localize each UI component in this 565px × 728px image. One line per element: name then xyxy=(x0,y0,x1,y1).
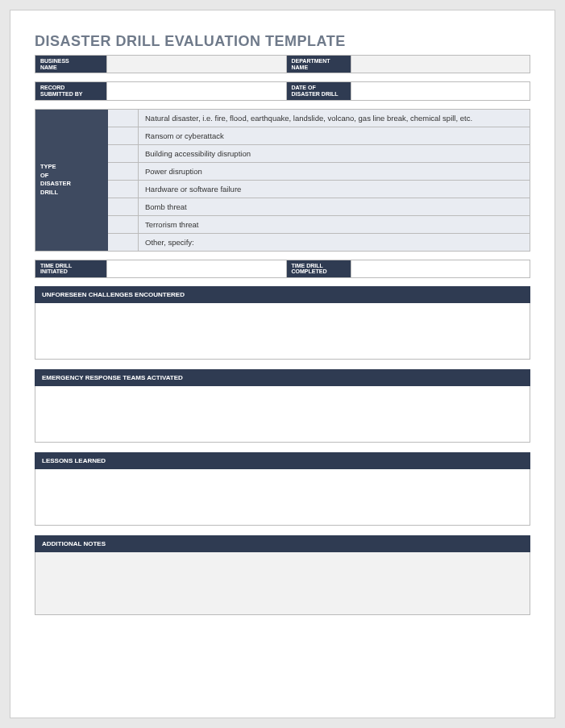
type-checkbox[interactable] xyxy=(108,181,139,198)
row-business-dept: BUSINESS NAME DEPARTMENT NAME xyxy=(35,55,530,73)
type-row: Other, specify: xyxy=(108,234,530,251)
section-response-teams: EMERGENCY RESPONSE TEAMS ACTIVATED xyxy=(35,369,530,443)
type-row: Terrorism threat xyxy=(108,216,530,234)
time-completed-input[interactable] xyxy=(351,260,531,278)
type-row: Ransom or cyberattack xyxy=(108,127,530,145)
lessons-body[interactable] xyxy=(35,469,530,526)
type-row: Hardware or software failure xyxy=(108,181,530,198)
time-initiated-label: TIME DRILL INITIATED xyxy=(35,260,107,278)
type-options-list: Natural disaster, i.e. fire, flood, eart… xyxy=(108,110,530,251)
type-checkbox[interactable] xyxy=(108,127,139,144)
type-checkbox[interactable] xyxy=(108,110,139,127)
time-completed-label: TIME DRILL COMPLETED xyxy=(287,260,351,278)
type-option-text: Power disruption xyxy=(139,163,530,180)
notes-body[interactable] xyxy=(35,552,530,615)
department-name-label: DEPARTMENT NAME xyxy=(287,55,351,73)
type-option-text: Terrorism threat xyxy=(139,216,530,233)
business-name-label: BUSINESS NAME xyxy=(35,55,107,73)
type-of-drill-block: TYPE OF DISASTER DRILL Natural disaster,… xyxy=(35,109,530,252)
type-of-drill-label: TYPE OF DISASTER DRILL xyxy=(35,110,108,251)
row-record-date: RECORD SUBMITTED BY DATE OF DISASTER DRI… xyxy=(35,81,530,100)
type-option-text: Natural disaster, i.e. fire, flood, eart… xyxy=(139,110,530,127)
page-title: DISASTER DRILL EVALUATION TEMPLATE xyxy=(35,33,530,50)
type-checkbox[interactable] xyxy=(108,145,139,162)
type-checkbox[interactable] xyxy=(108,234,139,251)
row-time: TIME DRILL INITIATED TIME DRILL COMPLETE… xyxy=(35,260,530,278)
section-lessons: LESSONS LEARNED xyxy=(35,452,530,526)
type-checkbox[interactable] xyxy=(108,163,139,180)
section-notes: ADDITIONAL NOTES xyxy=(35,535,530,615)
lessons-header: LESSONS LEARNED xyxy=(35,452,530,469)
type-option-text: Ransom or cyberattack xyxy=(139,127,530,144)
type-option-text: Other, specify: xyxy=(139,234,530,251)
type-row: Building accessibility disruption xyxy=(108,145,530,163)
time-initiated-input[interactable] xyxy=(107,260,287,278)
record-submitted-label: RECORD SUBMITTED BY xyxy=(35,81,107,100)
document-page: DISASTER DRILL EVALUATION TEMPLATE BUSIN… xyxy=(10,10,555,718)
response-teams-header: EMERGENCY RESPONSE TEAMS ACTIVATED xyxy=(35,369,530,386)
response-teams-body[interactable] xyxy=(35,386,530,443)
type-row: Natural disaster, i.e. fire, flood, eart… xyxy=(108,110,530,127)
date-of-drill-label: DATE OF DISASTER DRILL xyxy=(287,81,351,100)
type-row: Bomb threat xyxy=(108,198,530,216)
business-name-input[interactable] xyxy=(107,55,287,73)
type-option-text: Bomb threat xyxy=(139,198,530,215)
record-submitted-input[interactable] xyxy=(107,81,287,100)
unforeseen-header: UNFORESEEN CHALLENGES ENCOUNTERED xyxy=(35,286,530,303)
unforeseen-body[interactable] xyxy=(35,303,530,360)
department-name-input[interactable] xyxy=(351,55,531,73)
type-option-text: Hardware or software failure xyxy=(139,181,530,198)
date-of-drill-input[interactable] xyxy=(351,81,531,100)
type-row: Power disruption xyxy=(108,163,530,181)
section-unforeseen: UNFORESEEN CHALLENGES ENCOUNTERED xyxy=(35,286,530,360)
type-checkbox[interactable] xyxy=(108,198,139,215)
notes-header: ADDITIONAL NOTES xyxy=(35,535,530,552)
type-option-text: Building accessibility disruption xyxy=(139,145,530,162)
type-checkbox[interactable] xyxy=(108,216,139,233)
